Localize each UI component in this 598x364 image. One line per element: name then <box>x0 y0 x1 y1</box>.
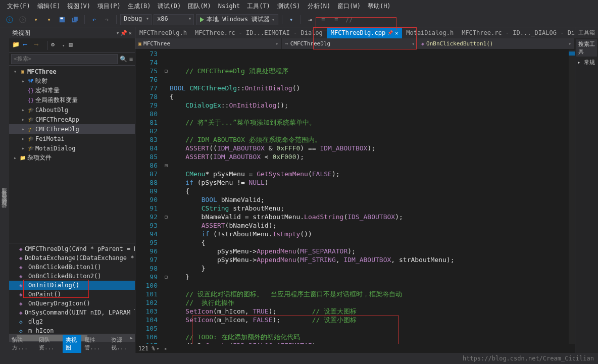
toolbox-group[interactable]: ▸ 常规 <box>575 58 598 67</box>
search-icon[interactable]: 🔍 <box>118 56 129 63</box>
member-item[interactable]: ◈CMFCThreeDlg(CWnd * pParent = NULL) <box>9 244 135 253</box>
editor-area: MFCThreeDlg.hMFCThree.rc - ID...EIMOTAI … <box>135 27 575 353</box>
member-combo[interactable]: ◈OnBnClickedButton1() <box>418 38 575 49</box>
svg-point-1 <box>20 16 26 22</box>
tree-node[interactable]: {}全局函数和变量 <box>9 95 135 105</box>
run-button[interactable]: 本地 Windows 调试器▾ <box>196 14 278 25</box>
fwd-icon[interactable]: ⟶ <box>34 41 43 50</box>
menu-item[interactable]: 测试(S) <box>274 1 304 12</box>
menu-item[interactable]: 编辑(E) <box>34 1 64 12</box>
menu-item[interactable]: 帮助(H) <box>365 1 394 12</box>
svg-rect-3 <box>61 17 63 19</box>
toolbox-panel: 工具箱 搜索工具 ▸ 常规 <box>575 27 598 353</box>
member-item[interactable]: ◈OnQueryDragIcon() <box>9 299 135 308</box>
doc-tab[interactable]: MFCThree.rc - ID...EIMOTAI - Dialog <box>191 27 327 38</box>
platform-combo[interactable]: x86 <box>154 14 194 25</box>
main-toolbar: ▾ ▾ ↶ ↷ Debug x86 本地 Windows 调试器▾ ▾ ⇥ ≡ … <box>0 12 598 27</box>
open-icon[interactable]: ▾ <box>43 14 55 25</box>
doc-tab[interactable]: MFCThree.rc - ID..._DIALOG - Dialog <box>458 27 575 38</box>
tree-node[interactable]: ▾▣MFCThree <box>9 67 135 76</box>
classview-toolbar: 📁 ⟵ ⟶ ⚙ ▾ ▤ <box>9 38 135 53</box>
tree-node[interactable]: {}宏和常量 <box>9 86 135 95</box>
save-icon[interactable] <box>57 14 68 25</box>
nav-back-icon[interactable] <box>4 14 15 25</box>
menu-item[interactable]: 视图(V) <box>64 1 93 12</box>
menu-item[interactable]: 团队(M) <box>185 1 214 12</box>
menubar: 文件(F)编辑(E)视图(V)项目(P)生成(B)调试(D)团队(M)Nsigh… <box>0 0 598 12</box>
member-item[interactable]: ◈OnInitDialog() <box>9 281 135 290</box>
menu-item[interactable]: 窗口(W) <box>334 1 364 12</box>
toolbox-title: 工具箱 <box>575 27 598 38</box>
svg-point-0 <box>7 16 13 22</box>
svg-rect-5 <box>74 16 78 21</box>
classview-title: 类视图 <box>12 29 30 37</box>
new-icon[interactable]: ▾ <box>30 14 41 25</box>
member-item[interactable]: ◈OnSysCommand(UINT nID, LPARAM lParam) <box>9 308 135 317</box>
panel-tab[interactable]: 属性管... <box>81 335 108 353</box>
view-icon[interactable]: ▤ <box>69 41 78 50</box>
classview-search: 🔍 ≡ <box>9 53 135 66</box>
server-explorer-strip[interactable]: 服务器资源管理器 <box>0 27 9 353</box>
menu-item[interactable]: Nsight <box>215 2 243 11</box>
back-icon[interactable]: ⟵ <box>23 41 32 50</box>
member-list[interactable]: ◈CMFCThreeDlg(CWnd * pParent = NULL)◈DoD… <box>9 243 135 334</box>
tree-node[interactable]: ▸🎓CMFCThreeDlg <box>9 124 135 134</box>
zoom-level[interactable]: 121 % <box>138 345 155 352</box>
close-icon[interactable]: ✕ <box>128 30 132 36</box>
doc-tab[interactable]: MFCThreeDlg.h <box>135 27 191 38</box>
menu-item[interactable]: 项目(P) <box>94 1 124 12</box>
member-item[interactable]: ◈OnBnClickedButton1() <box>9 263 135 272</box>
watermark: https://blog.csdn.net/Cream_Cicilian <box>463 355 594 362</box>
menu-item[interactable]: 调试(D) <box>155 1 184 12</box>
class-view-panel: 类视图 ▾ 📌 ✕ 📁 ⟵ ⟶ ⚙ ▾ ▤ 🔍 ≡ ▾▣MFCThree▸🗺映射… <box>9 27 135 353</box>
tree-node[interactable]: ▸🎓FeiMotai <box>9 134 135 143</box>
scope-label: MFCThree <box>143 40 170 47</box>
search-input[interactable] <box>11 54 118 64</box>
tool-icon[interactable]: ▾ <box>286 14 297 25</box>
toolbox-search[interactable]: 搜索工具 <box>576 39 597 57</box>
settings-icon[interactable]: ⚙ <box>51 41 60 50</box>
tree-node[interactable]: ▸🗺映射 <box>9 76 135 86</box>
panel-tab[interactable]: 解决方... <box>9 335 36 353</box>
class-tree[interactable]: ▾▣MFCThree▸🗺映射{}宏和常量{}全局函数和变量▸🎓CAboutDlg… <box>9 66 135 243</box>
tree-node[interactable]: ▸🎓MotaiDialog <box>9 143 135 153</box>
member-item[interactable]: ◈OnPaint() <box>9 290 135 299</box>
redo-icon[interactable]: ↷ <box>102 14 113 25</box>
panel-tab[interactable]: 团队资... <box>36 335 63 353</box>
code-editor[interactable]: 7374757677787980818283848586878889909192… <box>135 49 575 344</box>
scope-combo[interactable]: ▣MFCThree <box>135 38 282 49</box>
panel-tab[interactable]: 资源视... <box>108 335 135 353</box>
nav-fwd-icon[interactable] <box>17 14 28 25</box>
tree-node[interactable]: ▸🎓CAboutDlg <box>9 105 135 115</box>
member-item[interactable]: ◈OnBnClickedButton2() <box>9 272 135 281</box>
menu-item[interactable]: 分析(N) <box>305 1 334 12</box>
menu-item[interactable]: 文件(F) <box>4 1 33 12</box>
nav-bar: ▣MFCThree →CMFCThreeDlg ◈OnBnClickedButt… <box>135 38 575 49</box>
menu-item[interactable]: 工具(T) <box>244 1 273 12</box>
clear-icon[interactable]: ≡ <box>129 56 133 63</box>
tree-node[interactable]: ▸🎓CMFCThreeApp <box>9 115 135 124</box>
member-item[interactable]: ◈DoDataExchange(CDataExchange * pDX) <box>9 253 135 263</box>
panel-tab[interactable]: 类视图 <box>63 335 82 353</box>
config-combo[interactable]: Debug <box>120 14 152 25</box>
menu-item[interactable]: 生成(B) <box>125 1 154 12</box>
newfolder-icon[interactable]: 📁 <box>12 41 21 50</box>
bottom-tool-tabs: 解决方...团队资...类视图属性管...资源视... <box>9 342 135 353</box>
classview-header: 类视图 ▾ 📌 ✕ <box>9 27 135 38</box>
member-item[interactable]: ◇m_hIcon <box>9 326 135 334</box>
pin-icon[interactable]: 📌 <box>120 30 127 36</box>
tree-node[interactable]: ▸📁杂项文件 <box>9 153 135 163</box>
saveall-icon[interactable] <box>70 14 81 25</box>
fold-column[interactable]: ⊟⊟⊟⊟ <box>163 49 170 344</box>
member-label: OnBnClickedButton1() <box>426 40 493 47</box>
dropdown-icon[interactable]: ▾ <box>116 30 120 36</box>
step-icon[interactable]: ⇥ <box>305 14 316 25</box>
undo-icon[interactable]: ↶ <box>88 14 99 25</box>
editor-status: 121 %▾◂ <box>135 344 575 353</box>
member-item[interactable]: ◇dlg2 <box>9 317 135 326</box>
scroll-overview[interactable] <box>569 49 575 344</box>
line-gutter: 7374757677787980818283848586878889909192… <box>135 49 163 344</box>
code-lines[interactable]: // CMFCThreeDlg 消息处理程序BOOL CMFCThreeDlg:… <box>170 49 569 344</box>
run-label: 本地 Windows 调试器 <box>207 15 270 24</box>
